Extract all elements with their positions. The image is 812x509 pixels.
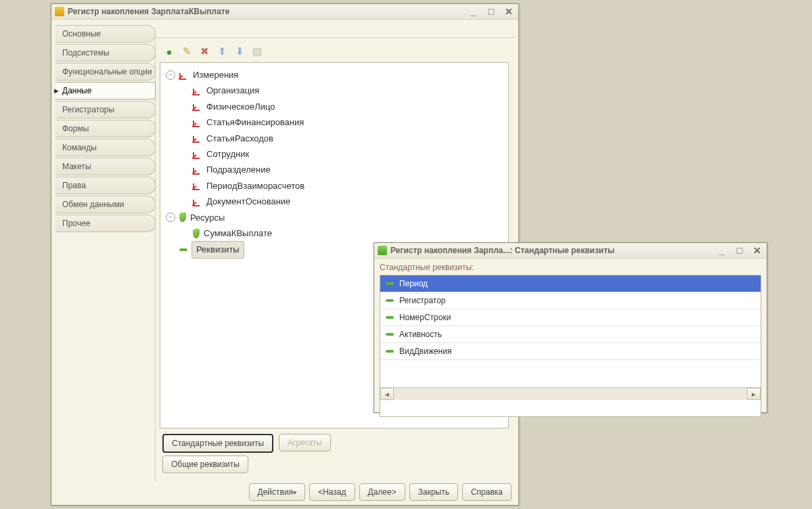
dim-item[interactable]: ПериодВзаиморасчетов bbox=[206, 178, 304, 194]
dimension-icon bbox=[193, 118, 202, 127]
back-button[interactable]: <Назад bbox=[309, 483, 355, 501]
move-up-button[interactable]: ⬆ bbox=[215, 45, 229, 58]
dimension-icon bbox=[193, 181, 202, 190]
help-button[interactable]: Справка bbox=[462, 483, 512, 501]
app-icon bbox=[54, 6, 65, 17]
sidebar-tab-data[interactable]: Данные bbox=[55, 82, 156, 99]
dim-item[interactable]: СтатьяРасходов bbox=[206, 131, 273, 146]
actions-button[interactable]: Действия bbox=[249, 483, 306, 501]
scroll-right-button[interactable]: ► bbox=[747, 388, 761, 400]
requisite-icon bbox=[386, 350, 394, 353]
sidebar-tab-forms[interactable]: Формы bbox=[55, 120, 156, 137]
resource-icon bbox=[193, 228, 200, 238]
dimension-icon bbox=[193, 102, 202, 111]
dimension-icon bbox=[193, 86, 202, 95]
requisites-list[interactable]: Период Регистратор НомерСтроки Активност… bbox=[380, 275, 761, 417]
add-button[interactable]: ● bbox=[162, 45, 176, 58]
sidebar-tab-main[interactable]: Основные bbox=[55, 25, 156, 43]
sidebar-tab-templates[interactable]: Макеты bbox=[55, 158, 156, 175]
dim-item[interactable]: СтатьяФинансирования bbox=[206, 114, 304, 130]
list-item[interactable]: Регистратор bbox=[380, 292, 761, 309]
dim-item[interactable]: ФизическоеЛицо bbox=[206, 99, 275, 114]
move-down-button[interactable]: ⬇ bbox=[233, 45, 246, 58]
list-item[interactable]: ВидДвижения bbox=[380, 343, 761, 360]
dim-item[interactable]: Сотрудник bbox=[206, 146, 249, 162]
next-button[interactable]: Далее> bbox=[359, 483, 405, 501]
common-requisites-button[interactable]: Общие реквизиты bbox=[162, 456, 248, 473]
requisite-icon bbox=[386, 282, 394, 285]
popup-close-button[interactable]: ✕ bbox=[750, 245, 764, 256]
properties-button[interactable]: ▤ bbox=[250, 45, 264, 58]
sidebar-tab-functional-options[interactable]: Функциональные опции bbox=[55, 63, 156, 81]
list-item[interactable]: НомерСтроки bbox=[380, 309, 761, 326]
resources-label: Ресурсы bbox=[190, 210, 225, 225]
requisites-label[interactable]: Реквизиты bbox=[191, 241, 244, 258]
resource-item[interactable]: СуммаКВыплате bbox=[204, 225, 272, 241]
dim-item[interactable]: Подразделение bbox=[206, 162, 271, 177]
list-item[interactable]: Активность bbox=[380, 326, 761, 343]
sidebar-tab-commands[interactable]: Команды bbox=[55, 139, 156, 156]
footer: Действия <Назад Далее> Закрыть Справка bbox=[249, 483, 512, 501]
popup-label: Стандартные реквизиты: bbox=[380, 263, 761, 272]
resources-icon bbox=[179, 213, 186, 223]
sidebar-tab-registrators[interactable]: Регистраторы bbox=[55, 101, 156, 118]
popup-title: Регистр накопления Зарпла...: Стандартны… bbox=[390, 246, 715, 255]
minimize-button[interactable]: _ bbox=[467, 6, 480, 17]
delete-button[interactable]: ✖ bbox=[198, 45, 211, 58]
expander-resources[interactable] bbox=[166, 213, 175, 222]
dimension-icon bbox=[193, 150, 202, 159]
sidebar-tab-rights[interactable]: Права bbox=[55, 177, 156, 194]
toolbar: ● ✎ ✖ ⬆ ⬇ ▤ bbox=[160, 43, 509, 62]
list-item[interactable]: Период bbox=[380, 275, 761, 292]
sidebar-tab-exchange[interactable]: Обмен данными bbox=[55, 196, 156, 213]
dim-item[interactable]: Организация bbox=[206, 83, 259, 98]
dimension-icon bbox=[193, 197, 202, 206]
dimensions-icon bbox=[179, 70, 189, 80]
sidebar-tab-subsystems[interactable]: Подсистемы bbox=[55, 44, 156, 62]
dimension-icon bbox=[193, 165, 202, 175]
expander-dimensions[interactable] bbox=[166, 70, 175, 80]
close-wizard-button[interactable]: Закрыть bbox=[409, 483, 458, 501]
popup-icon bbox=[377, 245, 388, 256]
maximize-button[interactable]: □ bbox=[484, 6, 498, 17]
horizontal-scrollbar[interactable]: ◄ ► bbox=[380, 387, 761, 400]
main-titlebar[interactable]: Регистр накопления ЗарплатаКВыплате _ □ … bbox=[51, 4, 518, 20]
popup-minimize-button[interactable]: _ bbox=[715, 245, 729, 256]
close-button[interactable]: ✕ bbox=[502, 6, 516, 17]
standard-requisites-window: Регистр накопления Зарпла...: Стандартны… bbox=[374, 242, 767, 413]
popup-titlebar[interactable]: Регистр накопления Зарпла...: Стандартны… bbox=[374, 243, 767, 259]
requisites-icon bbox=[179, 248, 187, 251]
requisite-icon bbox=[386, 316, 394, 319]
popup-maximize-button[interactable]: □ bbox=[733, 245, 746, 256]
scroll-left-button[interactable]: ◄ bbox=[380, 388, 394, 400]
aggregates-button: Агрегаты bbox=[279, 434, 330, 451]
standard-requisites-button[interactable]: Стандартные реквизиты bbox=[162, 434, 273, 453]
main-title: Регистр накопления ЗарплатаКВыплате bbox=[68, 7, 467, 16]
edit-button[interactable]: ✎ bbox=[180, 45, 194, 58]
requisite-icon bbox=[386, 299, 394, 302]
requisite-icon bbox=[386, 333, 394, 336]
sidebar: Основные Подсистемы Функциональные опции… bbox=[51, 20, 156, 481]
dimensions-label: Измерения bbox=[193, 67, 238, 83]
sidebar-tab-other[interactable]: Прочее bbox=[55, 215, 156, 232]
dimension-icon bbox=[193, 133, 202, 143]
dim-item[interactable]: ДокументОснование bbox=[206, 194, 290, 209]
